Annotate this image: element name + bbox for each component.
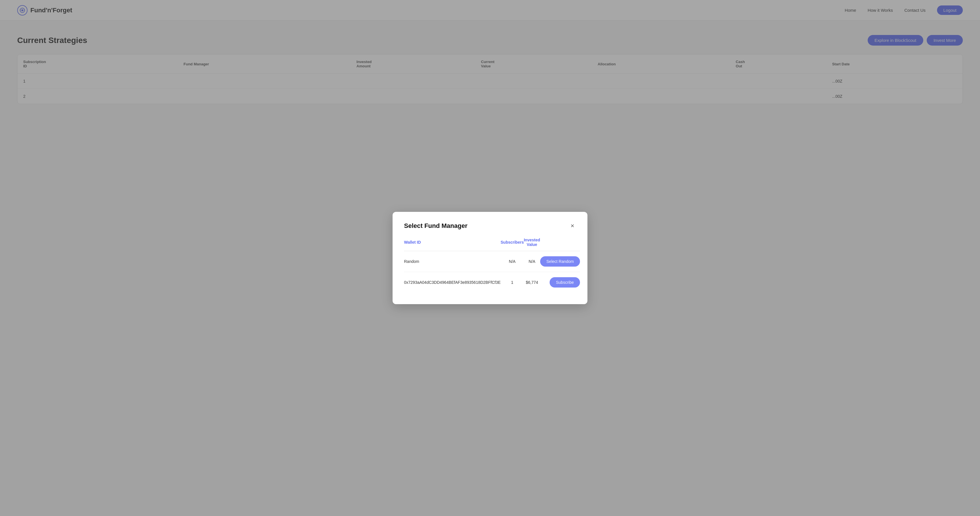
- wallet-address: 0x7293aA04dC3DD4964BEfAF3e8935618D2BFfCf…: [404, 272, 501, 293]
- modal-table-header: Wallet ID Subscribers Invested Value: [404, 238, 580, 251]
- modal-backdrop: Select Fund Manager × Wallet ID Subscrib…: [0, 0, 980, 516]
- modal-col-action: [540, 238, 580, 251]
- random-invested-value: N/A: [524, 251, 540, 272]
- modal-header: Select Fund Manager ×: [404, 222, 576, 229]
- modal-col-subscribers: Subscribers: [501, 238, 524, 251]
- wallet-invested-value: $6,774: [524, 272, 540, 293]
- random-action-cell: Select Random: [540, 251, 580, 272]
- subscribe-button[interactable]: Subscribe: [550, 277, 580, 288]
- modal-row-wallet: 0x7293aA04dC3DD4964BEfAF3e8935618D2BFfCf…: [404, 272, 580, 293]
- select-fund-manager-modal: Select Fund Manager × Wallet ID Subscrib…: [393, 212, 587, 304]
- wallet-action-cell: Subscribe: [540, 272, 580, 293]
- random-wallet-id: Random: [404, 251, 501, 272]
- modal-col-wallet-id: Wallet ID: [404, 238, 501, 251]
- modal-row-random: Random N/A N/A Select Random: [404, 251, 580, 272]
- select-random-button[interactable]: Select Random: [540, 256, 580, 267]
- modal-title: Select Fund Manager: [404, 222, 467, 229]
- wallet-subscribers: 1: [501, 272, 524, 293]
- modal-col-invested-value: Invested Value: [524, 238, 540, 251]
- modal-close-button[interactable]: ×: [569, 222, 576, 229]
- modal-table: Wallet ID Subscribers Invested Value Ran…: [404, 238, 580, 293]
- random-subscribers: N/A: [501, 251, 524, 272]
